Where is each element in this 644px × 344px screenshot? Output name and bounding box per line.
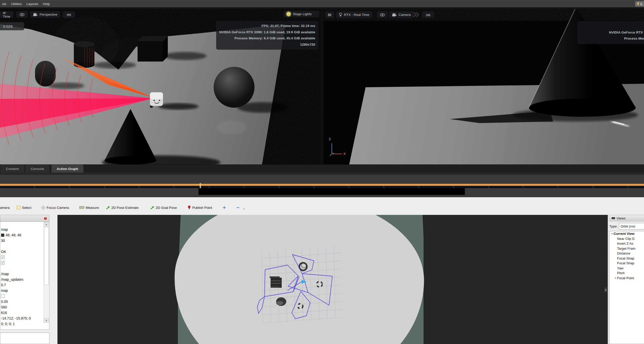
view-type-row: Type: Orbit (rviz	[609, 223, 644, 230]
displays-property-row[interactable]: /map_updates	[0, 277, 44, 282]
viewport-right-3d-scene[interactable]: Z X Y RTX - Real-Time	[323, 9, 644, 164]
remove-tool-button[interactable]: −	[236, 204, 239, 211]
sphere-object	[214, 67, 254, 108]
tool-publish-point-button[interactable]: Publish Point	[188, 204, 212, 211]
views-tree-row[interactable]: Pitch	[609, 271, 644, 276]
stats-line: Process Memory: 6.4 GiB used, 45.4 GiB a…	[219, 35, 315, 42]
displays-property-row[interactable]	[0, 260, 44, 266]
stage-lights-button[interactable]: Stage Lights	[284, 11, 319, 17]
displays-property-row[interactable]: OK	[0, 249, 44, 254]
displays-property-row[interactable]: 0.7	[0, 282, 44, 288]
expand-arrow-icon[interactable]: ▸	[614, 277, 617, 279]
visibility-button[interactable]	[16, 11, 28, 18]
add-tool-button[interactable]: +	[223, 204, 226, 211]
views-tree-row[interactable]: Target Fram	[609, 246, 644, 251]
render-mode-button[interactable]: al-Time	[0, 11, 14, 18]
displays-property-row[interactable]: map	[0, 288, 44, 293]
render-mode-button[interactable]: RTX - Real-Time	[336, 11, 372, 18]
live-sync-button[interactable]: L	[635, 1, 644, 7]
expand-arrow-icon[interactable]: ▾	[610, 233, 614, 235]
color-swatch[interactable]	[1, 234, 4, 237]
panel-edge	[0, 173, 644, 175]
displays-property-row[interactable]	[0, 266, 44, 271]
property-value: 0; 0; 0; 1	[1, 322, 15, 326]
tool-amera-button[interactable]: amera	[0, 204, 10, 211]
displays-property-row[interactable]: /map	[0, 271, 44, 277]
tool-focus-camera-button[interactable]: Focus Camera	[41, 204, 69, 211]
property-value: OK	[1, 250, 6, 254]
checkbox-checked[interactable]	[1, 261, 5, 265]
view-type-dropdown[interactable]: Orbit (rviz	[619, 223, 644, 230]
displays-property-row[interactable]: 30	[0, 238, 44, 243]
tool-2d-pose-estimate-button[interactable]: 2D Pose Estimate	[106, 204, 139, 211]
property-value: 30	[1, 239, 5, 243]
scroll-down-button[interactable]: ▼	[44, 318, 49, 323]
views-panel: Views Type: Orbit (rviz ▾Current ViewNea…	[608, 215, 644, 344]
sync-indicator-button[interactable]: ((●))	[62, 11, 75, 18]
route-polylines	[257, 254, 332, 319]
views-tree-row[interactable]: Near Clip D	[609, 236, 644, 241]
viewport-left-3d-scene[interactable]: al-Time Perspective ((●))	[0, 9, 320, 164]
scrollbar-handle[interactable]	[44, 227, 49, 285]
views-tree-row[interactable]: Focal Shap	[609, 261, 644, 266]
capsule-object	[35, 61, 56, 87]
tool-select-button[interactable]: Select	[17, 204, 31, 211]
cube-object	[138, 36, 168, 62]
close-icon[interactable]	[43, 216, 48, 221]
menu-item-ols[interactable]: ols	[2, 2, 6, 6]
views-property-tree: ▾Current ViewNear Clip DInvert Z AxTarge…	[609, 231, 644, 344]
views-tree-row[interactable]: Yaw	[609, 266, 644, 271]
displays-property-row[interactable]: -14.712; -15.875; 0	[0, 316, 44, 321]
right-panel-collapse-handle[interactable]: ▶	[604, 287, 607, 292]
robot-eye	[153, 100, 155, 101]
camera-selector-button[interactable]: Camera	[389, 11, 413, 18]
tab-action-graph[interactable]: Action Graph	[51, 165, 83, 173]
scroll-up-button[interactable]: ▲	[44, 222, 49, 226]
sync-indicator-button[interactable]: ((●))	[422, 11, 434, 18]
menu-item-help[interactable]: Help	[43, 2, 50, 6]
rviz-3d-view[interactable]: ◀ ▶	[57, 215, 608, 344]
menu-item-utilities[interactable]: Utilities	[11, 2, 22, 6]
displays-property-row[interactable]: 48; 48; 48	[0, 232, 44, 238]
viewport-settings-button[interactable]	[325, 11, 334, 18]
menu-items: olsUtilitiesLayoutsHelp	[2, 2, 50, 6]
eye-icon	[20, 13, 24, 16]
views-tree-row[interactable]: Invert Z Ax	[609, 241, 644, 246]
displays-property-row[interactable]	[0, 254, 44, 260]
displays-description-box	[0, 333, 49, 344]
application-window: olsUtilitiesLayoutsHelp L	[0, 0, 644, 344]
viewport-divider[interactable]	[320, 9, 323, 164]
displays-property-row[interactable]: 616	[0, 310, 44, 316]
tab-content[interactable]: Content	[1, 165, 24, 173]
displays-property-row[interactable]: 580	[0, 304, 44, 310]
camera-selector-button[interactable]: Perspective	[30, 11, 60, 18]
views-tree-row[interactable]: Distance	[609, 251, 644, 256]
displays-property-row[interactable]: map	[0, 227, 44, 232]
viewport-area: al-Time Perspective ((●))	[0, 9, 644, 164]
menu-item-layouts[interactable]: Layouts	[26, 2, 38, 6]
displays-scrollbar[interactable]: ▲ ▼	[44, 222, 49, 323]
render-mode-label: al-Time	[3, 11, 11, 18]
tool-dropdown-arrow-icon[interactable]: ▾	[243, 208, 244, 210]
tool-measure-button[interactable]: Measure	[79, 204, 99, 211]
rviz-toolbar: ameraSelectFocus CameraMeasure2D Pose Es…	[0, 204, 644, 212]
tool-2d-goal-pose-button[interactable]: 2D Goal Pose	[150, 204, 177, 211]
displays-property-row[interactable]: 0; 0; 0; 1	[0, 321, 44, 327]
robot-cube	[150, 92, 163, 108]
displays-property-row[interactable]: 0.05	[0, 299, 44, 304]
lightning-bolt-icon	[637, 2, 639, 6]
visibility-button[interactable]	[377, 11, 388, 18]
views-tree-row[interactable]: ▾Current View	[609, 231, 644, 236]
tab-console[interactable]: Console	[25, 165, 50, 173]
stats-line: NVIDIA GeForce RTX 3090: 1.6 GiB used, 1…	[219, 29, 315, 36]
displays-property-list: map48; 48; 4830OK/map/map_updates0.7map0…	[0, 227, 44, 327]
views-tree-row[interactable]: Focal Shap	[609, 256, 644, 261]
route-polyline	[257, 297, 265, 313]
views-panel-header[interactable]: Views	[609, 215, 644, 221]
displays-property-row[interactable]	[0, 293, 44, 299]
checkbox-unchecked[interactable]	[1, 294, 5, 298]
displays-property-row[interactable]	[0, 243, 44, 249]
checkbox-checked[interactable]	[1, 255, 5, 259]
views-tree-row[interactable]: ▸Focal Point	[609, 276, 644, 281]
displays-panel-header[interactable]	[0, 215, 49, 222]
